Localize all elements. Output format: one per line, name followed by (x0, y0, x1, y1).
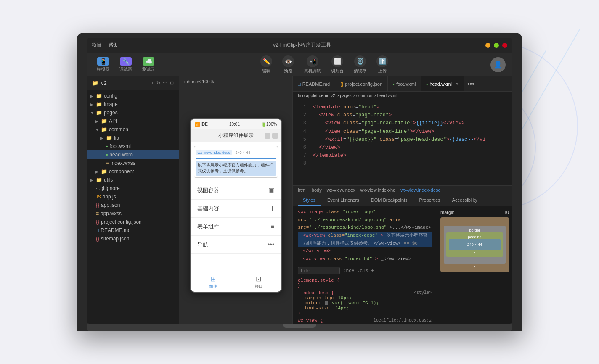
code-text-4: <view class="page-head-line"></view> (313, 128, 509, 136)
sidebar-add-icon[interactable]: + (151, 80, 154, 86)
avatar[interactable]: 👤 (490, 57, 506, 72)
folder-icon-image: 📁 (96, 101, 102, 107)
device-debug-label: 真机调试 (304, 68, 321, 74)
code-line-4: 4 <view class="page-head-line"></view> (293, 128, 512, 136)
sidebar-refresh-icon[interactable]: ↻ (156, 80, 160, 86)
tab-head-wxml[interactable]: ▪ head.wxml ✕ (421, 76, 464, 91)
phone-title: 小程序组件展示 (218, 132, 254, 139)
action-edit[interactable]: ✏️ 编辑 (260, 55, 272, 74)
tree-label-app-wxss: app.wxss (101, 211, 122, 216)
tab-project-config-icon: {} (340, 82, 343, 87)
dh-line-3: </wx-view> (298, 247, 432, 255)
dt-node-index[interactable]: wx-view.index (327, 187, 355, 193)
tab-more[interactable]: ••• (464, 80, 478, 88)
tree-item-sitemap[interactable]: ▶ {} sitemap.json (87, 235, 179, 243)
tree-item-index-wxss[interactable]: ▶ ≡ index.wxss (87, 159, 179, 167)
app-window: 项目 帮助 v2-FinClip小程序开发工具 📱 模拟器 (87, 38, 512, 324)
title-bar: 项目 帮助 v2-FinClip小程序开发工具 (87, 38, 512, 53)
tree-label-api: API (109, 118, 117, 124)
styles-panel: :hov .cls + element.style { } .index-des… (293, 264, 437, 324)
tree-item-app-json[interactable]: ▶ {} app.json (87, 201, 179, 209)
action-preview[interactable]: 👁️ 预览 (282, 55, 294, 74)
tab-head-wxml-label: head.wxml (429, 82, 452, 87)
tree-item-head-wxml[interactable]: ▶ ▪ head.wxml (87, 150, 179, 159)
action-device-debug[interactable]: 📲 真机调试 (304, 55, 321, 74)
tab-foot-wxml-label: foot.wxml (396, 82, 416, 87)
window-controls (485, 43, 507, 48)
action-upload[interactable]: ⬆️ 上传 (376, 55, 388, 74)
tab-head-wxml-close[interactable]: ✕ (455, 82, 459, 86)
tab-foot-wxml[interactable]: ▪ foot.wxml (388, 76, 421, 91)
tree-item-app-wxss[interactable]: ▶ ≡ app.wxss (87, 209, 179, 218)
maximize-button[interactable] (494, 43, 499, 48)
phone-bottom-nav: ⊞ 组件 ⊡ 接口 (191, 272, 281, 292)
action-clear-cache[interactable]: 🗑️ 清缓存 (354, 55, 366, 74)
tree-item-foot-wxml[interactable]: ▶ ▪ foot.wxml (87, 142, 179, 150)
tree-item-gitignore[interactable]: ▶ · .gitignore (87, 184, 179, 193)
tab-project-config[interactable]: {} project.config.json (335, 76, 388, 91)
tab-readme-label: README.md (302, 82, 330, 87)
code-line-8: 8 (293, 160, 512, 168)
devtools-left: <wx-image class="index-logo" src="../res… (293, 206, 437, 324)
dt-tab-dom-breakpoints[interactable]: DOM Breakpoints (366, 195, 413, 206)
dt-tab-accessibility[interactable]: Accessibility (447, 195, 482, 206)
tree-item-api[interactable]: ▶ 📁 API (87, 117, 179, 125)
tree-item-project-config[interactable]: ▶ {} project.config.json (87, 218, 179, 226)
dh-tag-bd-close: > (375, 256, 378, 261)
minimize-button[interactable] (485, 43, 490, 48)
tree-item-app-js[interactable]: ▶ JS app.js (87, 193, 179, 201)
tree-label-gitignore: .gitignore (99, 185, 119, 191)
dt-node-index-hd[interactable]: wx-view.index-hd (360, 187, 396, 193)
debugger-label: 调试器 (119, 66, 132, 72)
tree-item-common[interactable]: ▼ 📁 common (87, 125, 179, 134)
edit-label: 编辑 (262, 68, 270, 74)
style-closing-index-desc: } (298, 311, 432, 316)
breadcrumb: fino-applet-demo-v2 > pages > common > h… (293, 92, 512, 100)
tree-item-image[interactable]: ▶ 📁 image (87, 100, 179, 108)
style-prop-font-size: font-size: 14px; (298, 306, 432, 311)
tree-item-readme[interactable]: ▶ □ README.md (87, 226, 179, 235)
box-model-header: margin 10 (440, 210, 509, 215)
title-bar-menu: 项目 帮助 (92, 42, 119, 49)
folder-icon-api: 📁 (101, 118, 107, 124)
sidebar-header: 📁 v2 + ↻ ⋯ ⊡ (87, 76, 179, 90)
phone-dot-2 (272, 133, 278, 139)
toolbar: 📱 模拟器 🔧 调试器 ☁️ 测试云 ✏️ 编辑 (87, 53, 512, 76)
preview-icon: 👁️ (282, 55, 294, 67)
tree-item-component[interactable]: ▶ 📁 component (87, 167, 179, 176)
dt-tab-properties[interactable]: Properties (414, 195, 445, 206)
dt-node-body[interactable]: body (312, 187, 322, 193)
tab-foot-wxml-icon: ▪ (393, 82, 395, 87)
sidebar-collapse-icon[interactable]: ⋯ (163, 80, 167, 86)
style-prop-color: color: var(--weui-FG-1); (298, 301, 432, 306)
tree-item-utils[interactable]: ▶ 📁 utils (87, 176, 179, 184)
styles-filter-input[interactable] (298, 267, 340, 274)
tab-readme[interactable]: □ README.md (293, 76, 335, 91)
menu-project[interactable]: 项目 (92, 42, 102, 49)
close-button[interactable] (502, 43, 507, 48)
dt-tab-event-listeners[interactable]: Event Listeners (322, 195, 364, 206)
dt-node-html[interactable]: html (298, 187, 307, 193)
phone-desc-label-row: wx-view.index-desc 240 × 44 (196, 148, 276, 157)
tree-item-config[interactable]: ▶ 📁 config (87, 92, 179, 100)
code-lines: 1 <template name="head"> 2 <view class="… (293, 100, 512, 185)
tree-item-pages[interactable]: ▼ 📁 pages (87, 108, 179, 117)
phone-nav-api[interactable]: ⊡ 接口 (236, 272, 281, 292)
tree-item-lib[interactable]: ▶ 📁 lib (87, 134, 179, 142)
toolbar-center: ✏️ 编辑 👁️ 预览 📲 真机调试 ⬜ 切后台 (158, 55, 490, 74)
toolbar-debugger-btn[interactable]: 🔧 调试器 (116, 55, 135, 74)
sidebar-menu-icon[interactable]: ⊡ (170, 80, 174, 86)
menu-help[interactable]: 帮助 (109, 42, 119, 49)
dt-node-index-desc[interactable]: wx-view.index-desc (400, 187, 440, 193)
dh-val-class-desc: "index-desc" (345, 233, 378, 238)
dh-bd-ellipsis: _</wx-view> (381, 256, 411, 261)
toolbar-simulator-btn[interactable]: 📱 模拟器 (93, 55, 113, 74)
phone-nav-components[interactable]: ⊞ 组件 (191, 272, 236, 292)
toolbar-testcloud-btn[interactable]: ☁️ 测试云 (139, 55, 158, 74)
action-background[interactable]: ⬜ 切后台 (331, 55, 344, 74)
project-root-label: v2 (101, 80, 107, 86)
code-text-2: <view class="page-head"> (313, 111, 509, 119)
box-border-label: border (469, 228, 480, 232)
dt-tab-styles[interactable]: Styles (298, 195, 321, 206)
tree-label-head-wxml: head.wxml (109, 152, 133, 158)
